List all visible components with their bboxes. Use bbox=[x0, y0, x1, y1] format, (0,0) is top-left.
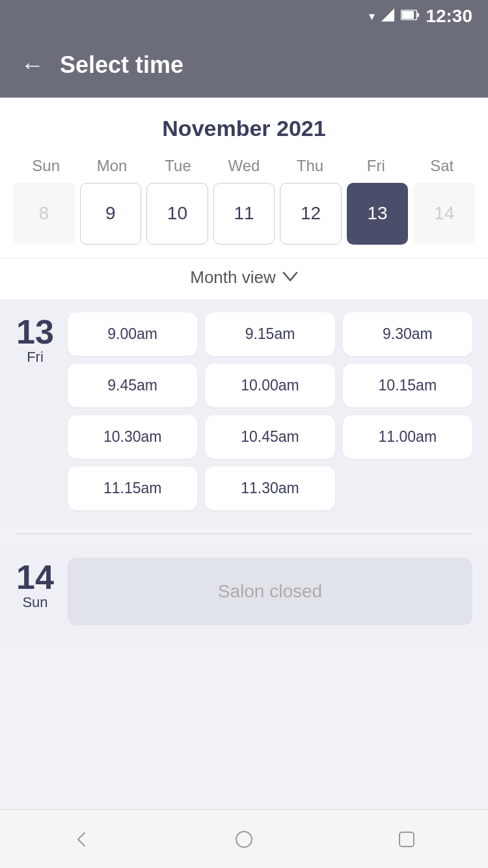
day-header-mon: Mon bbox=[79, 157, 144, 175]
time-slot-930am[interactable]: 9.30am bbox=[343, 312, 472, 356]
time-slot-1015am[interactable]: 10.15am bbox=[343, 364, 472, 407]
time-slots-grid: 9.00am 9.15am 9.30am 9.45am 10.00am 10.1… bbox=[68, 312, 472, 510]
wifi-icon: ▾ bbox=[369, 9, 375, 23]
signal-icon bbox=[381, 8, 394, 25]
day-13-number: 13 bbox=[16, 315, 54, 349]
time-slot-1130am[interactable]: 11.30am bbox=[205, 467, 334, 510]
page-title: Select time bbox=[60, 51, 183, 79]
salon-closed-text: Salon closed bbox=[218, 581, 322, 602]
salon-closed-box: Salon closed bbox=[68, 558, 472, 625]
svg-marker-0 bbox=[381, 8, 394, 21]
svg-rect-2 bbox=[402, 11, 414, 19]
time-slot-945am[interactable]: 9.45am bbox=[68, 364, 197, 407]
svg-point-4 bbox=[236, 832, 252, 847]
day-13-group: 13 Fri 9.00am 9.15am 9.30am 9.45am 10.00… bbox=[16, 312, 472, 510]
section-divider bbox=[16, 534, 472, 534]
date-row: 8 9 10 11 12 13 14 bbox=[13, 183, 475, 258]
date-cell-8: 8 bbox=[13, 183, 75, 245]
month-title: November 2021 bbox=[13, 116, 475, 141]
date-cell-9[interactable]: 9 bbox=[80, 183, 142, 245]
nav-back-button[interactable] bbox=[62, 820, 101, 859]
closed-section: 14 Sun Salon closed bbox=[0, 545, 488, 645]
status-time: 12:30 bbox=[426, 6, 472, 27]
status-icons: ▾ 12:30 bbox=[369, 6, 472, 27]
battery-icon bbox=[401, 10, 419, 23]
time-slot-1100am[interactable]: 11.00am bbox=[343, 415, 472, 459]
day-14-label: 14 Sun bbox=[16, 558, 55, 625]
bottom-nav bbox=[0, 809, 488, 868]
time-slot-1000am[interactable]: 10.00am bbox=[205, 364, 334, 407]
time-slot-915am[interactable]: 9.15am bbox=[205, 312, 334, 356]
date-cell-12[interactable]: 12 bbox=[280, 183, 342, 245]
day-13-name: Fri bbox=[27, 349, 44, 366]
month-view-bar[interactable]: Month view bbox=[0, 258, 488, 299]
date-cell-11[interactable]: 11 bbox=[213, 183, 275, 245]
chevron-down-icon bbox=[282, 269, 298, 286]
time-slot-1030am[interactable]: 10.30am bbox=[68, 415, 197, 459]
day-header-thu: Thu bbox=[277, 157, 343, 175]
day-14-group: 14 Sun Salon closed bbox=[16, 558, 472, 625]
day-14-name: Sun bbox=[22, 594, 47, 611]
app-header: ← Select time bbox=[0, 33, 488, 98]
month-view-label: Month view bbox=[190, 267, 276, 288]
nav-recent-button[interactable] bbox=[387, 820, 426, 859]
time-slot-900am[interactable]: 9.00am bbox=[68, 312, 197, 356]
svg-rect-5 bbox=[400, 832, 414, 847]
day-header-sat: Sat bbox=[409, 157, 475, 175]
day-header-fri: Fri bbox=[343, 157, 409, 175]
day-13-label: 13 Fri bbox=[16, 312, 55, 510]
day-14-number: 14 bbox=[16, 560, 54, 594]
time-section: 13 Fri 9.00am 9.15am 9.30am 9.45am 10.00… bbox=[0, 299, 488, 523]
day-header-sun: Sun bbox=[13, 157, 79, 175]
day-header-tue: Tue bbox=[145, 157, 211, 175]
date-cell-13[interactable]: 13 bbox=[347, 183, 409, 245]
status-bar: ▾ 12:30 bbox=[0, 0, 488, 33]
time-slot-1115am[interactable]: 11.15am bbox=[68, 467, 197, 510]
back-button[interactable]: ← bbox=[21, 53, 44, 77]
date-cell-10[interactable]: 10 bbox=[146, 183, 208, 245]
date-cell-14: 14 bbox=[413, 183, 475, 245]
calendar-section: November 2021 Sun Mon Tue Wed Thu Fri Sa… bbox=[0, 98, 488, 258]
day-header-wed: Wed bbox=[211, 157, 277, 175]
day-headers: Sun Mon Tue Wed Thu Fri Sat bbox=[13, 157, 475, 175]
nav-home-button[interactable] bbox=[224, 820, 264, 859]
svg-rect-3 bbox=[417, 13, 419, 17]
time-slot-1045am[interactable]: 10.45am bbox=[205, 415, 334, 459]
